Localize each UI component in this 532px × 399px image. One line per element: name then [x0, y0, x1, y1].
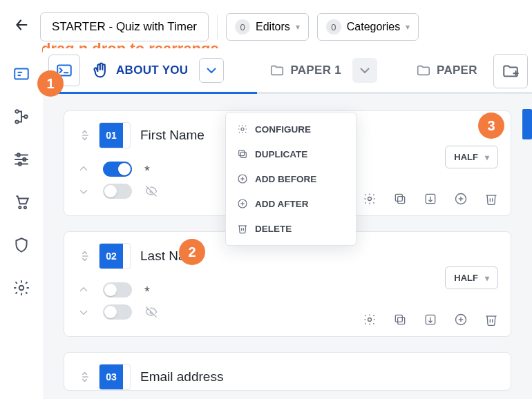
menu-configure[interactable]: CONFIGURE [226, 117, 356, 142]
svg-rect-20 [240, 152, 246, 157]
tab-label: ABOUT YOU [116, 64, 188, 77]
chevron-down-icon: ▾ [485, 153, 489, 162]
editors-count: 0 [235, 19, 250, 35]
field-label[interactable]: Last Name [140, 249, 204, 264]
field-card: 03 Email address [64, 352, 511, 391]
nav-logic-icon[interactable] [12, 108, 30, 126]
tab-card-button[interactable] [48, 55, 80, 86]
field-duplicate-icon[interactable] [393, 313, 407, 327]
svg-point-36 [368, 318, 372, 322]
chevron-down-icon: ▾ [296, 22, 300, 32]
svg-rect-1 [15, 68, 28, 79]
field-add-icon[interactable] [454, 313, 468, 327]
required-indicator: * [144, 163, 150, 179]
field-export-icon[interactable] [424, 192, 437, 206]
menu-label: CONFIGURE [255, 124, 311, 135]
back-button[interactable] [11, 14, 32, 39]
svg-rect-38 [395, 315, 402, 322]
svg-rect-21 [239, 150, 245, 156]
required-toggle[interactable] [103, 162, 132, 177]
categories-count: 0 [326, 19, 341, 35]
tab-paper-1[interactable]: PAPER 1 [265, 63, 345, 78]
field-settings-icon[interactable] [363, 313, 377, 327]
menu-label: ADD BEFORE [255, 174, 316, 184]
svg-point-14 [24, 206, 26, 208]
nav-sliders-icon[interactable] [12, 150, 30, 168]
field-label[interactable]: Email address [140, 369, 223, 385]
chevron-down-icon: ▾ [406, 22, 410, 32]
move-down-icon[interactable] [77, 184, 91, 198]
field-export-icon[interactable] [424, 313, 437, 327]
tab-config-dropdown[interactable] [199, 58, 224, 83]
menu-duplicate[interactable]: DUPLICATE [226, 142, 356, 166]
field-card: 02 Last Name HALF ▾ * [64, 231, 511, 337]
move-up-icon[interactable] [77, 283, 91, 297]
move-up-icon[interactable] [77, 162, 91, 176]
quiz-title-input[interactable]: STARTER - Quiz with Timer [40, 12, 209, 41]
tab-paper[interactable]: PAPER [412, 63, 482, 78]
svg-rect-29 [398, 197, 405, 204]
tab-config-dropdown[interactable] [352, 58, 377, 83]
field-settings-icon[interactable] [363, 192, 377, 206]
svg-rect-16 [57, 65, 71, 75]
right-indicator [522, 109, 532, 139]
nav-gear-icon[interactable] [12, 279, 30, 297]
tab-config-menu: CONFIGURE DUPLICATE ADD BEFORE ADD AFTER… [225, 112, 357, 246]
drag-hand-icon [91, 61, 111, 80]
svg-rect-37 [398, 318, 405, 324]
folder-icon [269, 63, 285, 78]
visibility-toggle[interactable] [103, 304, 132, 320]
chevron-down-icon: ▾ [485, 273, 489, 283]
width-value: HALF [454, 273, 478, 283]
editors-select[interactable]: 0 Editors ▾ [226, 13, 309, 41]
tab-strip: ABOUT YOU PAPER 1 PAPER [43, 48, 532, 94]
width-select[interactable]: HALF ▾ [445, 266, 498, 289]
editors-label: Editors [256, 21, 290, 33]
nav-shield-icon[interactable] [12, 236, 30, 254]
svg-point-4 [15, 110, 18, 113]
left-rail [0, 48, 43, 399]
field-number: 03 [99, 364, 131, 390]
svg-point-15 [19, 286, 24, 291]
field-label[interactable]: First Name [140, 128, 205, 143]
nav-fields-icon[interactable] [12, 65, 30, 83]
eye-off-icon [144, 184, 158, 198]
svg-point-19 [241, 128, 244, 130]
separator [217, 14, 218, 39]
menu-add-after[interactable]: ADD AFTER [226, 191, 356, 216]
menu-add-before[interactable]: ADD BEFORE [226, 166, 356, 191]
field-delete-icon[interactable] [484, 192, 498, 206]
field-duplicate-icon[interactable] [393, 192, 407, 206]
svg-point-5 [15, 120, 18, 123]
required-indicator: * [144, 284, 150, 300]
width-value: HALF [454, 152, 478, 162]
folder-icon [416, 63, 431, 78]
tab-label: PAPER 1 [290, 64, 341, 77]
required-toggle[interactable] [103, 282, 132, 298]
visibility-toggle[interactable] [103, 184, 132, 199]
move-down-icon[interactable] [77, 305, 91, 319]
menu-delete[interactable]: DELETE [226, 216, 356, 241]
svg-point-28 [368, 197, 372, 201]
eye-off-icon [144, 305, 158, 319]
tab-about-you[interactable]: ABOUT YOU [87, 61, 192, 80]
field-add-icon[interactable] [454, 192, 468, 206]
width-select[interactable]: HALF ▾ [445, 146, 498, 168]
categories-label: Categories [347, 21, 400, 33]
menu-label: DUPLICATE [255, 149, 307, 159]
field-number: 02 [99, 243, 131, 269]
field-delete-icon[interactable] [484, 313, 498, 327]
menu-label: DELETE [255, 224, 292, 234]
drag-handle-icon[interactable] [74, 369, 89, 385]
field-number: 01 [99, 122, 131, 148]
categories-select[interactable]: 0 Categories ▾ [317, 13, 419, 41]
add-page-button[interactable] [493, 54, 528, 88]
drag-handle-icon[interactable] [74, 249, 89, 264]
tab-label: PAPER [437, 64, 477, 77]
nav-cart-icon[interactable] [12, 193, 30, 211]
menu-label: ADD AFTER [255, 199, 309, 209]
svg-point-13 [19, 206, 21, 208]
drag-handle-icon[interactable] [74, 128, 89, 143]
svg-point-6 [24, 115, 27, 118]
svg-rect-30 [395, 194, 402, 201]
